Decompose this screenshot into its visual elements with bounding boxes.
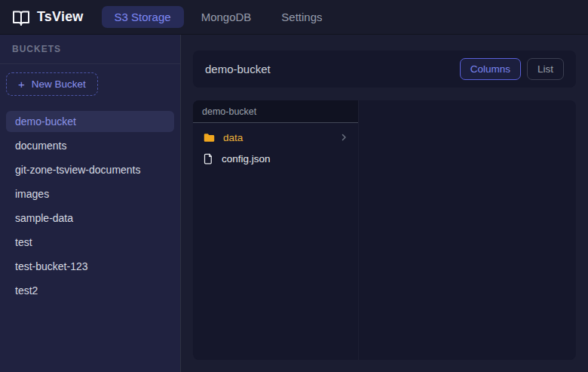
bucket-toolbar: demo-bucket Columns List [193, 51, 576, 88]
new-bucket-label: New Bucket [32, 78, 86, 90]
bucket-item-test2[interactable]: test2 [6, 280, 174, 301]
tab-mongodb[interactable]: MongoDB [188, 6, 265, 28]
bucket-item-git-zone-tsview-documents[interactable]: git-zone-tsview-documents [6, 159, 174, 180]
column-demo-bucket: demo-bucket data [193, 100, 359, 360]
entry-config-json-file[interactable]: config.json [196, 148, 355, 169]
file-icon [203, 152, 214, 165]
entry-data-folder[interactable]: data [196, 127, 355, 148]
entry-label: data [223, 132, 243, 143]
bucket-item-images[interactable]: images [6, 183, 174, 204]
main-panel: demo-bucket Columns List demo-bucket da [181, 35, 588, 372]
columns-view-button[interactable]: Columns [460, 58, 521, 80]
app-logo: TsView [12, 8, 84, 26]
tab-settings[interactable]: Settings [268, 6, 335, 28]
plus-icon: + [18, 78, 25, 90]
app-header: TsView S3 Storage MongoDB Settings [0, 0, 588, 35]
view-toggle: Columns List [460, 58, 564, 80]
folder-icon [203, 131, 216, 144]
bucket-list: demo-bucket documents git-zone-tsview-do… [0, 111, 180, 301]
entry-label: config.json [222, 153, 271, 164]
bucket-item-test-bucket-123[interactable]: test-bucket-123 [6, 256, 174, 277]
app-title: TsView [37, 9, 84, 25]
bucket-title: demo-bucket [205, 63, 271, 75]
buckets-section-title: BUCKETS [0, 35, 180, 64]
tab-s3-storage[interactable]: S3 Storage [102, 6, 184, 28]
column-header: demo-bucket [193, 100, 358, 123]
new-bucket-button[interactable]: + New Bucket [6, 72, 98, 96]
open-book-icon [12, 8, 30, 26]
chevron-right-icon [339, 133, 348, 142]
buckets-sidebar: BUCKETS + New Bucket demo-bucket documen… [0, 35, 181, 372]
main-nav: S3 Storage MongoDB Settings [102, 6, 335, 28]
bucket-item-documents[interactable]: documents [6, 135, 174, 156]
bucket-item-sample-data[interactable]: sample-data [6, 208, 174, 229]
column-view: demo-bucket data [193, 100, 576, 360]
bucket-item-demo-bucket[interactable]: demo-bucket [6, 111, 174, 132]
list-view-button[interactable]: List [527, 58, 564, 80]
bucket-item-test[interactable]: test [6, 232, 174, 253]
